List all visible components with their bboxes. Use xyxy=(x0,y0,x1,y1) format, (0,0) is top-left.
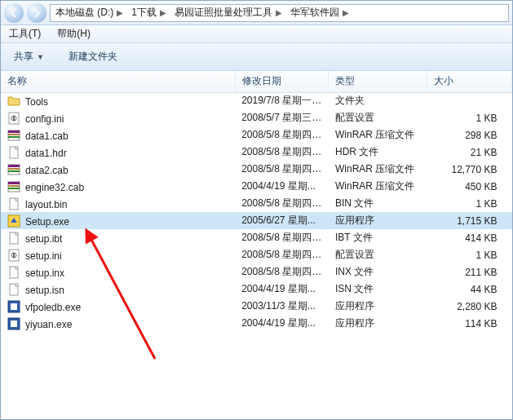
file-table: 名称 修改日期 类型 大小 Tools2019/7/8 星期一 ...文件夹co… xyxy=(1,71,512,332)
table-row[interactable]: engine32.cab2004/4/19 星期...WinRAR 压缩文件45… xyxy=(1,178,512,195)
file-date: 2008/5/8 星期四 ... xyxy=(235,144,329,161)
file-date: 2008/5/8 星期四 ... xyxy=(235,195,329,212)
table-row[interactable]: layout.bin2008/5/8 星期四 ...BIN 文件1 KB xyxy=(1,195,512,212)
file-type: ISN 文件 xyxy=(329,281,427,298)
table-row[interactable]: setup.ini2008/5/8 星期四 ...配置设置1 KB xyxy=(1,246,512,263)
breadcrumb-segment[interactable]: 易园证照批量处理工具▶ xyxy=(170,5,285,21)
breadcrumb[interactable]: 本地磁盘 (D:)▶1下载▶易园证照批量处理工具▶华军软件园▶ xyxy=(50,4,509,22)
table-row[interactable]: config.ini2008/5/7 星期三 ...配置设置1 KB xyxy=(1,109,512,126)
file-size xyxy=(427,92,511,109)
breadcrumb-segment[interactable]: 本地磁盘 (D:)▶ xyxy=(51,5,126,21)
file-list[interactable]: 名称 修改日期 类型 大小 Tools2019/7/8 星期一 ...文件夹co… xyxy=(1,71,512,419)
svg-rect-14 xyxy=(8,185,20,187)
file-type: HDR 文件 xyxy=(329,144,427,161)
file-name: setup.inx xyxy=(25,267,64,279)
file-date: 2005/6/27 星期... xyxy=(235,212,329,229)
table-row[interactable]: yiyuan.exe2004/4/19 星期...应用程序114 KB xyxy=(1,315,512,332)
svg-rect-23 xyxy=(10,284,18,295)
file-name: yiyuan.exe xyxy=(25,319,72,330)
file-size: 114 KB xyxy=(427,315,511,332)
svg-rect-9 xyxy=(8,165,20,167)
file-type: WinRAR 压缩文件 xyxy=(329,178,427,195)
table-row[interactable]: data2.cab2008/5/8 星期四 ...WinRAR 压缩文件12,7… xyxy=(1,161,512,178)
rar-icon xyxy=(7,163,20,176)
file-size: 44 KB xyxy=(427,281,511,298)
svg-rect-27 xyxy=(11,321,17,327)
table-row[interactable]: setup.ibt2008/5/8 星期四 ...IBT 文件414 KB xyxy=(1,229,512,246)
svg-rect-15 xyxy=(8,188,20,189)
svg-rect-4 xyxy=(8,130,20,133)
file-date: 2003/11/3 星期... xyxy=(235,298,329,315)
svg-rect-5 xyxy=(8,134,20,135)
file-date: 2004/4/19 星期... xyxy=(235,178,329,195)
nav-back-button[interactable] xyxy=(4,3,24,23)
table-row[interactable]: Setup.exe2005/6/27 星期...应用程序1,715 KB xyxy=(1,212,512,229)
file-name: data2.cab xyxy=(25,165,69,176)
file-name: data1.hdr xyxy=(25,148,67,159)
table-row[interactable]: vfpoledb.exe2003/11/3 星期...应用程序2,280 KB xyxy=(1,298,512,315)
file-date: 2008/5/8 星期四 ... xyxy=(235,246,329,263)
breadcrumb-segment[interactable]: 华军软件园▶ xyxy=(285,5,352,21)
exe-b-icon xyxy=(7,317,20,330)
nav-forward-button[interactable] xyxy=(27,3,46,23)
table-row[interactable]: data1.hdr2008/5/8 星期四 ...HDR 文件21 KB xyxy=(1,144,512,161)
column-header-name[interactable]: 名称 xyxy=(1,71,235,92)
file-type: BIN 文件 xyxy=(329,195,427,212)
file-type: 应用程序 xyxy=(329,315,427,332)
svg-rect-10 xyxy=(8,168,20,170)
file-type: INX 文件 xyxy=(329,263,427,281)
file-size: 12,770 KB xyxy=(427,161,511,178)
svg-rect-13 xyxy=(8,182,20,184)
arrow-right-icon xyxy=(31,7,42,19)
ini-icon xyxy=(7,112,20,125)
folder-icon xyxy=(7,95,20,108)
breadcrumb-segment[interactable]: 1下载▶ xyxy=(126,5,170,21)
svg-rect-21 xyxy=(13,253,15,258)
menu-item[interactable]: 帮助(H) xyxy=(54,25,94,42)
table-row[interactable]: setup.inx2008/5/8 星期四 ...INX 文件211 KB xyxy=(1,263,512,281)
file-size: 1 KB xyxy=(427,109,511,126)
file-name: config.ini xyxy=(25,113,64,125)
svg-rect-6 xyxy=(8,136,20,138)
column-header-size[interactable]: 大小 xyxy=(427,71,511,92)
file-size: 2,280 KB xyxy=(427,298,511,315)
address-bar: 本地磁盘 (D:)▶1下载▶易园证照批量处理工具▶华军软件园▶ xyxy=(1,1,512,25)
file-date: 2008/5/8 星期四 ... xyxy=(235,263,329,281)
file-type: 应用程序 xyxy=(329,298,427,315)
file-name: vfpoledb.exe xyxy=(25,302,81,313)
file-icon xyxy=(7,197,20,210)
menu-item[interactable]: 工具(T) xyxy=(6,25,44,42)
svg-rect-25 xyxy=(11,303,17,310)
file-icon xyxy=(7,266,20,279)
share-button[interactable]: 共享 ▼ xyxy=(9,47,49,66)
svg-rect-22 xyxy=(10,267,18,278)
file-date: 2019/7/8 星期一 ... xyxy=(235,92,329,109)
exe-y-icon xyxy=(7,214,20,228)
file-type: 配置设置 xyxy=(329,109,427,126)
file-size: 21 KB xyxy=(427,144,511,161)
rar-icon xyxy=(7,180,20,193)
chevron-down-icon: ▼ xyxy=(37,53,44,61)
file-name: layout.bin xyxy=(25,199,67,210)
file-type: WinRAR 压缩文件 xyxy=(329,126,427,144)
command-bar: 共享 ▼ 新建文件夹 xyxy=(1,43,512,71)
svg-rect-7 xyxy=(10,147,18,158)
column-header-type[interactable]: 类型 xyxy=(329,71,427,92)
table-row[interactable]: setup.isn2004/4/19 星期...ISN 文件44 KB xyxy=(1,281,512,298)
file-size: 1 KB xyxy=(427,246,511,263)
chevron-right-icon: ▶ xyxy=(343,8,349,17)
file-name: Setup.exe xyxy=(25,216,69,228)
chevron-right-icon: ▶ xyxy=(160,8,166,17)
file-size: 450 KB xyxy=(427,178,511,195)
table-row[interactable]: data1.cab2008/5/8 星期四 ...WinRAR 压缩文件298 … xyxy=(1,126,512,144)
file-type: 应用程序 xyxy=(329,212,427,229)
new-folder-button[interactable]: 新建文件夹 xyxy=(64,47,122,66)
chevron-right-icon: ▶ xyxy=(276,8,282,17)
file-date: 2008/5/8 星期四 ... xyxy=(235,161,329,178)
table-row[interactable]: Tools2019/7/8 星期一 ...文件夹 xyxy=(1,92,512,109)
file-size: 298 KB xyxy=(427,126,511,144)
file-date: 2004/4/19 星期... xyxy=(235,281,329,298)
column-header-date[interactable]: 修改日期 xyxy=(235,71,329,92)
file-name: setup.isn xyxy=(25,285,64,296)
arrow-left-icon xyxy=(8,7,20,19)
